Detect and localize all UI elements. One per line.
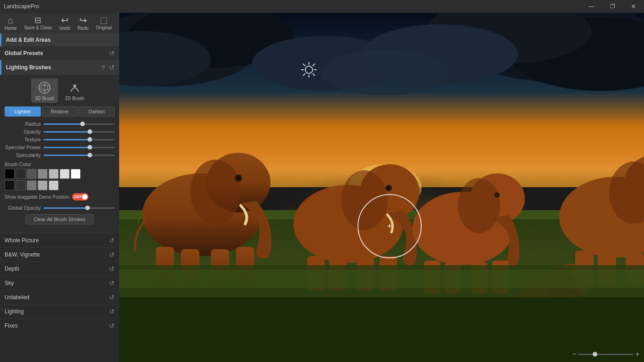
- lighting-brushes-section[interactable]: Lighting Brushes ? ↺: [0, 60, 119, 75]
- unlabeled-section[interactable]: Unlabeled ↺: [0, 290, 119, 304]
- demo-position-toggle[interactable]: OFF: [72, 193, 88, 200]
- zoom-slider-thumb[interactable]: [593, 352, 597, 356]
- 3d-brush-button[interactable]: 3D Brush: [31, 78, 58, 103]
- swatch-dark-gray2[interactable]: [27, 169, 37, 179]
- texture-thumb[interactable]: [88, 137, 92, 142]
- swatch-pale[interactable]: [49, 180, 59, 190]
- global-presets-label: Global Presets: [5, 50, 109, 56]
- darken-button[interactable]: Darken: [78, 106, 115, 117]
- add-edit-label: Add & Edit Areas: [6, 37, 51, 43]
- lighting-brushes-label: Lighting Brushes: [6, 64, 99, 71]
- close-button[interactable]: ✕: [623, 0, 644, 13]
- swatch-very-dark[interactable]: [16, 180, 26, 190]
- home-label: Home: [5, 26, 17, 31]
- title-bar: LandscapePro — ❐ ✕: [0, 0, 644, 13]
- swatch-white[interactable]: [71, 169, 81, 179]
- radius-thumb[interactable]: [80, 122, 85, 126]
- specularity-thumb[interactable]: [88, 153, 92, 157]
- unlabeled-refresh-icon[interactable]: ↺: [109, 294, 115, 301]
- opacity-label: Opacity: [5, 129, 44, 134]
- undo-label: Undo: [59, 26, 70, 31]
- swatch-light-gray[interactable]: [49, 169, 59, 179]
- lighting-brushes-help-icon[interactable]: ?: [99, 63, 107, 72]
- add-edit-section[interactable]: Add & Edit Areas: [0, 33, 119, 46]
- radius-row: Radius: [5, 121, 115, 127]
- lighting-brushes-refresh-icon[interactable]: ↺: [109, 64, 115, 71]
- svg-point-35: [190, 160, 241, 224]
- texture-row: Texture: [5, 137, 115, 142]
- fixes-refresh-icon[interactable]: ↺: [109, 322, 115, 329]
- window-controls: — ❐ ✕: [581, 0, 644, 13]
- global-presets-refresh-icon[interactable]: ↺: [109, 50, 115, 57]
- svg-rect-74: [119, 297, 644, 362]
- global-opacity-track: [44, 207, 115, 209]
- home-icon: ⌂: [8, 16, 13, 25]
- lighting-label: Lighting: [5, 308, 109, 315]
- lighting-section[interactable]: Lighting ↺: [0, 304, 119, 318]
- specularity-fill: [44, 155, 90, 156]
- zoom-out-button[interactable]: −: [572, 350, 576, 358]
- specularity-track: [44, 155, 115, 156]
- clear-brush-strokes-button[interactable]: Clear All Brush Strokes: [26, 214, 93, 224]
- bw-vignette-refresh-icon[interactable]: ↺: [109, 251, 115, 258]
- swatch-dark-gray1[interactable]: [16, 169, 26, 179]
- swatch-black[interactable]: [5, 169, 15, 179]
- svg-point-53: [458, 178, 500, 233]
- depth-section[interactable]: Depth ↺: [0, 262, 119, 276]
- whole-picture-refresh-icon[interactable]: ↺: [109, 237, 115, 244]
- scene-background: [119, 13, 644, 362]
- opacity-thumb[interactable]: [88, 129, 92, 134]
- home-button[interactable]: ⌂ Home: [5, 16, 17, 31]
- 3d-brush-label: 3D Brush: [35, 96, 54, 101]
- brush-color-section: Brush Color: [5, 162, 115, 190]
- specular-power-thumb[interactable]: [88, 145, 92, 150]
- original-button[interactable]: ⬚ Original: [96, 16, 111, 30]
- zoom-bar: − +: [572, 350, 639, 358]
- brush-color-label: Brush Color: [5, 162, 115, 167]
- specular-power-label: Specular Power: [5, 145, 44, 150]
- lighting-refresh-icon[interactable]: ↺: [109, 308, 115, 315]
- opacity-track: [44, 131, 115, 133]
- svg-point-46: [387, 187, 390, 189]
- texture-fill: [44, 139, 90, 140]
- sky-section[interactable]: Sky ↺: [0, 276, 119, 290]
- swatch-lighter-gray[interactable]: [60, 169, 70, 179]
- save-close-button[interactable]: ⊟ Save & Close: [24, 16, 52, 30]
- redo-icon: ↪: [79, 16, 87, 25]
- minimize-button[interactable]: —: [581, 0, 602, 13]
- global-opacity-thumb[interactable]: [85, 206, 90, 210]
- toggle-knob: [82, 194, 88, 200]
- redo-button[interactable]: ↪ Redo: [77, 16, 88, 31]
- canvas-area[interactable]: + − +: [119, 13, 644, 362]
- zoom-in-button[interactable]: +: [635, 350, 639, 358]
- undo-button[interactable]: ↩ Undo: [59, 16, 70, 31]
- save-close-label: Save & Close: [24, 25, 52, 30]
- 2d-brush-button[interactable]: 2D Brush: [61, 78, 88, 103]
- undo-icon: ↩: [61, 16, 69, 25]
- specularity-label: Specularity: [5, 152, 44, 158]
- brush-type-row: 3D Brush 2D Brush: [5, 78, 115, 103]
- svg-point-16: [321, 50, 449, 95]
- zoom-slider-track[interactable]: [578, 354, 633, 355]
- bw-vignette-section[interactable]: B&W, Vignette ↺: [0, 247, 119, 262]
- specularity-row: Specularity: [5, 152, 115, 158]
- whole-picture-section[interactable]: Whole Picture ↺: [0, 233, 119, 247]
- sky-refresh-icon[interactable]: ↺: [109, 279, 115, 287]
- unlabeled-label: Unlabeled: [5, 294, 109, 301]
- swatch-near-black[interactable]: [5, 180, 15, 190]
- svg-rect-73: [119, 270, 644, 288]
- specular-power-row: Specular Power: [5, 145, 115, 150]
- maximize-button[interactable]: ❐: [602, 0, 623, 13]
- global-presets-section[interactable]: Global Presets ↺: [0, 46, 119, 60]
- swatch-mid-gray[interactable]: [38, 169, 48, 179]
- fixes-section[interactable]: Fixes ↺: [0, 318, 119, 333]
- lighten-button[interactable]: Lighten: [5, 106, 41, 117]
- 2d-brush-icon: [67, 80, 82, 95]
- restore-button[interactable]: Restore: [42, 106, 78, 117]
- 3d-brush-icon: [37, 80, 52, 95]
- depth-refresh-icon[interactable]: ↺: [109, 265, 115, 273]
- swatch-silver[interactable]: [38, 180, 48, 190]
- radius-fill: [44, 123, 83, 125]
- svg-point-4: [73, 84, 76, 87]
- swatch-gray[interactable]: [27, 180, 37, 190]
